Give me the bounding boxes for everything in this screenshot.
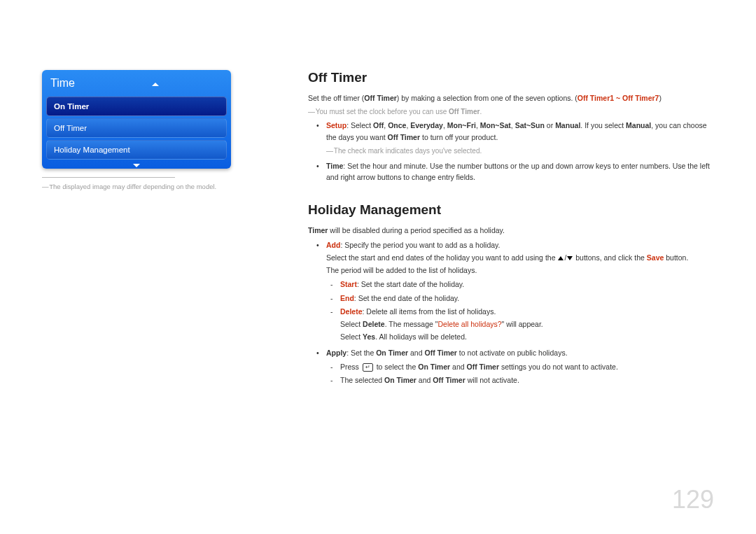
enter-button-icon: ↵ (363, 363, 373, 372)
delete-dash: Delete: Delete all items from the list o… (340, 306, 714, 343)
triangle-down-icon (567, 256, 573, 260)
apply-dash-2: The selected On Timer and Off Timer will… (340, 374, 714, 386)
time-bullet: Time: Set the hour and minute. Use the n… (326, 160, 714, 183)
off-timer-heading: Off Timer (308, 70, 714, 85)
chevron-down-icon (133, 164, 140, 167)
left-column: Time On Timer Off Timer Holiday Manageme… (42, 70, 266, 391)
delete-line-3: Select Yes. All holidays will be deleted… (340, 331, 714, 342)
divider (42, 177, 175, 178)
add-bullet: Add: Specify the period you want to add … (326, 239, 714, 343)
add-line-2: Select the start and end dates of the ho… (326, 252, 714, 263)
triangle-up-icon (558, 256, 564, 260)
delete-line-2: Select Delete. The message "Delete all h… (340, 318, 714, 330)
time-menu-panel: Time On Timer Off Timer Holiday Manageme… (42, 70, 231, 169)
add-line-3: The period will be added to the list of … (326, 265, 714, 276)
chevron-up-icon (152, 83, 159, 86)
model-disclaimer-note: The displayed image may differ depending… (42, 182, 266, 191)
checkmark-note: The check mark indicates days you've sel… (326, 146, 714, 156)
apply-dash-1: Press ↵ to select the On Timer and Off T… (340, 361, 714, 372)
menu-title: Time (46, 76, 227, 97)
page-number: 129 (672, 485, 714, 514)
menu-item-off-timer[interactable]: Off Timer (46, 118, 227, 138)
content-column: Off Timer Set the off timer (Off Timer) … (266, 70, 714, 391)
clock-must-set-note: You must set the clock before you can us… (308, 106, 714, 117)
off-timer-intro: Set the off timer (Off Timer) by making … (308, 92, 714, 104)
menu-item-holiday-management[interactable]: Holiday Management (46, 140, 227, 160)
end-dash: End: Set the end date of the holiday. (340, 293, 714, 304)
apply-bullet: Apply: Set the On Timer and Off Timer to… (326, 347, 714, 386)
holiday-heading: Holiday Management (308, 202, 714, 218)
start-dash: Start: Set the start date of the holiday… (340, 279, 714, 290)
menu-item-on-timer[interactable]: On Timer (46, 97, 227, 116)
holiday-intro: Timer will be disabled during a period s… (308, 225, 714, 236)
setup-bullet: Setup: Select Off, Once, Everyday, Mon~F… (326, 120, 714, 156)
